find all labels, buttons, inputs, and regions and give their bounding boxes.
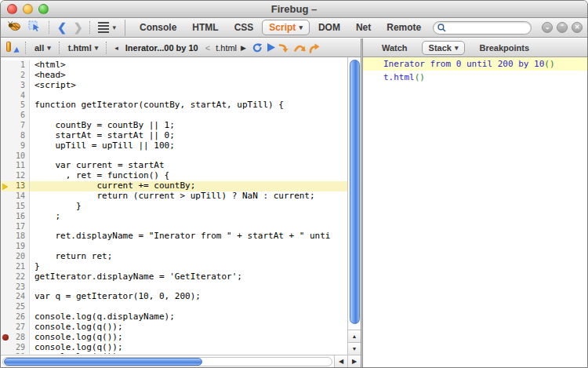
breadcrumb-back-icon[interactable]: ◂ xyxy=(112,44,121,52)
inspect-element-button[interactable] xyxy=(27,20,43,35)
stack-frame[interactable]: t.html() xyxy=(363,71,587,84)
tab-console[interactable]: Console xyxy=(132,20,183,35)
line-number-gutter[interactable]: 24 xyxy=(1,292,30,302)
stack-frame-parens: () xyxy=(544,59,554,69)
horizontal-scroll-track[interactable] xyxy=(2,357,332,366)
line-number-gutter[interactable]: 14 xyxy=(1,191,30,202)
line-number-gutter[interactable]: 22 xyxy=(1,272,30,282)
side-tab-strip: WatchStack▾Breakpoints xyxy=(363,38,587,57)
code-line-text: return ret; xyxy=(30,252,112,262)
line-number-gutter[interactable]: 25 xyxy=(1,302,30,312)
step-into-icon xyxy=(278,42,291,53)
line-number-gutter[interactable]: 11 xyxy=(1,161,30,171)
line-number-gutter[interactable]: 4 xyxy=(1,91,30,101)
history-back-button[interactable]: ❮ xyxy=(56,20,68,35)
code-line-text: <html> xyxy=(30,60,66,71)
line-number-gutter[interactable]: 10 xyxy=(1,151,30,162)
code-line: 9 upTill = upTill || 100; xyxy=(1,141,347,151)
panel-list-menu-button[interactable]: ▾ xyxy=(96,20,118,35)
search-icon xyxy=(437,24,446,32)
stack-frame[interactable]: Inerator from 0 until 200 by 10() xyxy=(363,57,587,71)
code-line-text: startAt = startAt || 0; xyxy=(30,131,175,141)
close-window-button[interactable] xyxy=(7,4,17,14)
tab-html[interactable]: HTML xyxy=(185,20,225,35)
script-file-label: t.html xyxy=(68,43,92,53)
break-on-next-button[interactable] xyxy=(5,40,20,56)
rerun-button[interactable] xyxy=(252,42,263,53)
line-number-gutter[interactable]: 13 xyxy=(1,181,30,191)
firebug-detach-button[interactable]: ⌃ xyxy=(557,22,568,33)
line-number-gutter[interactable]: 21 xyxy=(1,262,30,272)
tab-script[interactable]: Script▾ xyxy=(262,20,310,35)
stack-panel: Inerator from 0 until 200 by 10()t.html(… xyxy=(363,57,587,367)
tab-net[interactable]: Net xyxy=(349,20,378,35)
code-line: 20 return ret; xyxy=(1,252,347,262)
breadcrumb-function[interactable]: Inerator...00 by 10 xyxy=(124,43,200,53)
scroll-down-button[interactable]: ▼ xyxy=(348,342,361,355)
line-number-gutter[interactable]: 23 xyxy=(1,282,30,293)
breadcrumb-file[interactable]: t.html xyxy=(216,43,237,53)
line-number-gutter[interactable]: 5 xyxy=(1,100,30,111)
line-number-gutter[interactable]: 1 xyxy=(1,60,30,71)
line-number-gutter[interactable]: 12 xyxy=(1,171,30,181)
scroll-left-button[interactable]: ◀ xyxy=(334,355,347,367)
vertical-scrollbar[interactable]: ▲ ▼ xyxy=(347,57,361,355)
code-line: 8 startAt = startAt || 0; xyxy=(1,131,347,141)
tab-remote[interactable]: Remote xyxy=(379,20,428,35)
line-number-gutter[interactable]: 18 xyxy=(1,231,30,242)
line-number-gutter[interactable]: 27 xyxy=(1,322,30,333)
minimize-window-button[interactable] xyxy=(23,4,33,14)
side-tab-stack[interactable]: Stack▾ xyxy=(422,41,466,55)
firebug-close-button[interactable]: ✕ xyxy=(572,22,583,33)
line-number-gutter[interactable]: 28 xyxy=(1,333,30,343)
firebug-menu-button[interactable] xyxy=(5,20,23,35)
horizontal-scrollbar-thumb[interactable] xyxy=(4,358,202,366)
line-number-gutter[interactable]: 20 xyxy=(1,252,30,262)
line-number-gutter[interactable]: 3 xyxy=(1,81,30,91)
vertical-scroll-buttons: ▲ ▼ xyxy=(348,330,361,355)
line-number-gutter[interactable]: 19 xyxy=(1,242,30,252)
side-tab-breakpoints[interactable]: Breakpoints xyxy=(473,42,535,54)
tab-dom[interactable]: DOM xyxy=(311,20,347,35)
search-input[interactable] xyxy=(449,23,527,32)
scroll-up-button[interactable]: ▲ xyxy=(348,330,361,342)
rerun-icon xyxy=(252,42,263,53)
line-number-gutter[interactable]: 9 xyxy=(1,141,30,151)
line-number-gutter[interactable]: 2 xyxy=(1,71,30,81)
line-number-gutter[interactable]: 7 xyxy=(1,121,30,131)
step-out-icon xyxy=(308,42,321,53)
step-into-button[interactable] xyxy=(278,42,291,53)
script-type-dropdown[interactable]: all ▾ xyxy=(31,43,54,53)
scroll-right-button[interactable]: ▶ xyxy=(347,355,361,367)
zoom-window-button[interactable] xyxy=(38,4,49,14)
firebug-minimize-button[interactable]: ⌄ xyxy=(542,22,553,33)
breadcrumb-forward-icon[interactable]: ▶ xyxy=(240,44,247,52)
vertical-scrollbar-thumb[interactable] xyxy=(350,60,360,324)
toolbar-separator xyxy=(25,42,27,54)
code-line-text: } xyxy=(30,202,82,212)
code-line: 5function getIterator(countBy, startAt, … xyxy=(1,100,347,111)
line-number-gutter[interactable]: 15 xyxy=(1,202,30,212)
line-number-gutter[interactable]: 17 xyxy=(1,222,30,232)
search-box[interactable] xyxy=(433,21,532,35)
firebug-bug-icon xyxy=(7,20,21,35)
firebug-window-controls: ⌄ ⌃ ✕ xyxy=(542,22,583,33)
horizontal-scrollbar[interactable]: ◀ ▶ xyxy=(1,355,361,367)
script-file-dropdown[interactable]: t.html ▾ xyxy=(65,43,101,53)
history-forward-button[interactable]: ❯ xyxy=(72,20,85,35)
breadcrumb-separator: < xyxy=(203,43,212,53)
step-out-button[interactable] xyxy=(308,42,321,53)
line-number-gutter[interactable]: 8 xyxy=(1,131,30,141)
code-line: 14 return (current > upTill) ? NaN : cur… xyxy=(1,191,347,202)
breakpoint-icon[interactable] xyxy=(2,334,9,341)
line-number-gutter[interactable]: 30 xyxy=(1,352,30,354)
tab-css[interactable]: CSS xyxy=(227,20,261,35)
line-number-gutter[interactable]: 26 xyxy=(1,312,30,322)
line-number-gutter[interactable]: 6 xyxy=(1,111,30,121)
code-line: 7 countBy = countBy || 1; xyxy=(1,121,347,131)
step-over-button[interactable] xyxy=(293,42,306,53)
line-number-gutter[interactable]: 16 xyxy=(1,212,30,222)
continue-button[interactable] xyxy=(266,42,276,53)
line-number-gutter[interactable]: 29 xyxy=(1,343,30,353)
side-tab-watch[interactable]: Watch xyxy=(376,42,414,54)
